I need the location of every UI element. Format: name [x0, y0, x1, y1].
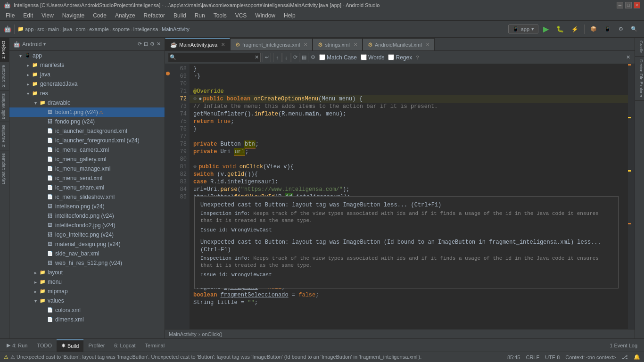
- home-icon[interactable]: 🤖: [4, 25, 11, 33]
- search-options-button[interactable]: ⚙: [309, 53, 317, 62]
- tree-item-ic-menu-share[interactable]: 📄 ic_menu_share.xml: [9, 183, 165, 192]
- tree-item-colors[interactable]: 📄 colors.xml: [9, 305, 165, 315]
- tree-item-logo[interactable]: 🖼 logo_intelitec.png (v24): [9, 230, 165, 239]
- avd-manager-button[interactable]: 📱: [602, 25, 614, 33]
- sync-button[interactable]: ⟳: [138, 41, 142, 47]
- run-config-selector[interactable]: 📱 app ▾: [508, 25, 538, 33]
- tree-item-menu[interactable]: ▸ 📁 menu: [9, 277, 165, 287]
- tree-item-material-design[interactable]: 🖼 material_design.png (v24): [9, 239, 165, 249]
- words-option[interactable]: Words: [361, 54, 384, 61]
- breadcrumb-java[interactable]: java: [63, 26, 72, 32]
- breadcrumb-main[interactable]: main: [48, 26, 59, 32]
- tree-item-fondo[interactable]: 🖼 fondo.png (v24): [9, 117, 165, 126]
- tree-item-app[interactable]: ▾ 📱 app: [9, 51, 165, 60]
- menu-build[interactable]: Build: [170, 11, 190, 20]
- match-case-checkbox[interactable]: [319, 54, 325, 60]
- tree-item-manifests[interactable]: ▸ 📁 manifests: [9, 60, 165, 70]
- captures-tab[interactable]: Layout Captures: [0, 150, 9, 187]
- event-log-tab[interactable]: 1 Event Log: [605, 339, 642, 352]
- search-clear-button[interactable]: ✕: [253, 54, 260, 60]
- cursor-position[interactable]: 85:45: [507, 354, 520, 360]
- close-mainactivity-tab[interactable]: ✕: [221, 42, 225, 47]
- tree-item-java[interactable]: ▸ 📁 java: [9, 70, 165, 79]
- tree-item-inteliseno[interactable]: 🖼 inteliseno.png (v24): [9, 202, 165, 211]
- search-cycle-button[interactable]: ⟳: [291, 53, 299, 62]
- sdk-manager-button[interactable]: 📦: [587, 25, 600, 33]
- breadcrumb-example[interactable]: example: [89, 26, 109, 32]
- search-prev-button[interactable]: ↑: [273, 53, 281, 62]
- tree-item-mipmap[interactable]: ▸ 📁 mipmap: [9, 287, 165, 296]
- menu-edit[interactable]: Edit: [19, 11, 37, 20]
- words-checkbox[interactable]: [361, 54, 367, 60]
- collapse-button[interactable]: ⊟: [144, 41, 148, 47]
- tree-item-ic-menu-slideshow[interactable]: 📄 ic_menu_slideshow.xml: [9, 192, 165, 202]
- match-case-option[interactable]: Match Case: [319, 54, 357, 61]
- menu-file[interactable]: File: [2, 11, 18, 20]
- build-tab[interactable]: ✱ Build: [57, 339, 83, 352]
- breadcrumb-com[interactable]: com: [76, 26, 86, 32]
- gear-icon[interactable]: ⚙: [150, 41, 155, 47]
- logcat-tab[interactable]: 6: Logcat: [109, 339, 140, 352]
- code-content[interactable]: } ▾} @Override ⊖ ● public boolean onCrea…: [190, 64, 628, 329]
- menu-run[interactable]: Run: [191, 11, 209, 20]
- device-file-explorer-tab[interactable]: Device File Explorer: [635, 57, 644, 101]
- tree-item-ic-launcher-bg[interactable]: 📄 ic_launcher_background.xml: [9, 126, 165, 136]
- minimize-button[interactable]: ─: [617, 2, 623, 8]
- tree-item-layout[interactable]: ▸ 📁 layout: [9, 268, 165, 277]
- tab-fragment[interactable]: ⚙ fragment_inteligensa.xml ✕: [230, 38, 313, 50]
- line-ending[interactable]: CRLF: [526, 354, 539, 360]
- menu-analyze[interactable]: Analyze: [111, 11, 139, 20]
- build-variants-tab[interactable]: Build Variants: [0, 90, 9, 122]
- encoding[interactable]: UTF-8: [545, 354, 560, 360]
- tab-strings[interactable]: ⚙ strings.xml ✕: [313, 38, 363, 50]
- tree-item-res[interactable]: ▾ 📁 res: [9, 89, 165, 98]
- tree-item-ic-menu-gallery[interactable]: 📄 ic_menu_gallery.xml: [9, 155, 165, 164]
- tree-item-intelitecfondo[interactable]: 🖼 intelitecfondo.png (v24): [9, 211, 165, 221]
- run-button[interactable]: ▶: [540, 24, 552, 34]
- tree-item-generated-java[interactable]: ▸ 📁 generatedJava: [9, 79, 165, 89]
- search-input[interactable]: [178, 54, 253, 61]
- menu-window[interactable]: Window: [251, 11, 279, 20]
- menu-view[interactable]: View: [38, 11, 58, 20]
- tree-item-intelitecfondo2[interactable]: 🖼 intelitecfondo2.jpg (v24): [9, 221, 165, 230]
- bottom-onclick-label[interactable]: onClick(): [202, 331, 222, 337]
- tree-item-ic-menu-manage[interactable]: 📄 ic_menu_manage.xml: [9, 164, 165, 173]
- close-button[interactable]: ✕: [634, 2, 640, 8]
- tab-mainactivity[interactable]: ☕ MainActivity.java ✕: [165, 38, 230, 50]
- terminal-tab[interactable]: Terminal: [140, 339, 170, 352]
- breadcrumb-inteligensa[interactable]: inteligensa: [133, 26, 158, 32]
- tree-item-boton1[interactable]: 🖼 boton1.png (v24) ⚠: [9, 107, 165, 117]
- structure-tab[interactable]: 2: Structure: [0, 62, 9, 90]
- settings-button[interactable]: ⚙: [616, 25, 626, 33]
- bottom-mainactivity-label[interactable]: MainActivity: [169, 331, 197, 337]
- menu-navigate[interactable]: Navigate: [58, 11, 88, 20]
- profiler-tab[interactable]: Profiler: [83, 339, 109, 352]
- tree-item-ic-launcher-fg[interactable]: 📄 ic_launcher_foreground.xml (v24): [9, 136, 165, 145]
- menu-code[interactable]: Code: [89, 11, 110, 20]
- search-filter-button[interactable]: ▤: [300, 53, 308, 62]
- git-icon[interactable]: ⎇: [622, 354, 628, 360]
- breadcrumb-mainactivity[interactable]: MainActivity: [162, 26, 190, 32]
- regex-checkbox[interactable]: [388, 54, 394, 60]
- close-fragment-tab[interactable]: ✕: [304, 42, 307, 47]
- search-everywhere-button[interactable]: 🔍: [628, 25, 640, 33]
- close-manifest-tab[interactable]: ✕: [426, 42, 429, 47]
- close-search-button[interactable]: ✕: [625, 54, 632, 60]
- tree-item-web-hi-res[interactable]: 🖼 web_hi_res_512.png (v24): [9, 258, 165, 268]
- project-tab[interactable]: 1: Project: [0, 38, 9, 62]
- search-next-button[interactable]: ↓: [282, 53, 290, 62]
- regex-option[interactable]: Regex: [388, 54, 412, 61]
- tree-item-drawable[interactable]: ▾ 📁 drawable: [9, 98, 165, 107]
- gradle-tab[interactable]: Gradle: [635, 38, 644, 57]
- todo-tab[interactable]: TODO: [32, 339, 57, 352]
- notifications-icon[interactable]: 🔔: [634, 354, 640, 360]
- run-tab[interactable]: ▶ 4: Run: [2, 339, 32, 352]
- menu-help[interactable]: Help: [280, 11, 299, 20]
- menu-tools[interactable]: Tools: [210, 11, 231, 20]
- breadcrumb-app[interactable]: 📁app: [17, 26, 33, 32]
- tree-item-dimens[interactable]: 📄 dimens.xml: [9, 315, 165, 324]
- maximize-button[interactable]: □: [625, 2, 632, 8]
- debug-button[interactable]: 🐛: [553, 25, 567, 33]
- menu-refactor[interactable]: Refactor: [140, 11, 169, 20]
- breadcrumb-soporte[interactable]: soporte: [112, 26, 130, 32]
